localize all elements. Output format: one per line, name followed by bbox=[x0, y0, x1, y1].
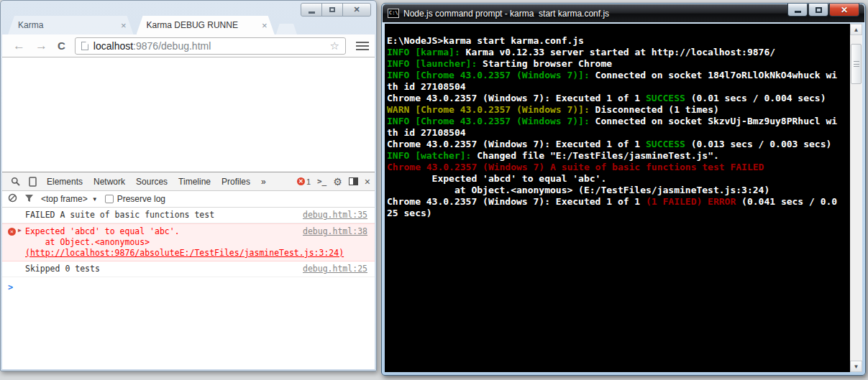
command-prompt-icon: C:\ bbox=[388, 9, 399, 18]
terminal-line: INFO [Chrome 43.0.2357 (Windows 7)]: Con… bbox=[387, 116, 849, 127]
settings-gear-icon[interactable]: ⚙ bbox=[333, 176, 342, 187]
new-tab-button[interactable] bbox=[276, 24, 297, 34]
console-message-text: Expected 'abcd' to equal 'abc'. bbox=[25, 226, 296, 237]
scrollbar-grip-icon bbox=[854, 61, 859, 67]
scroll-up-icon[interactable]: ▲ bbox=[850, 24, 862, 35]
terminal-line: E:\NodeJS>karma start karma.conf.js bbox=[387, 35, 849, 47]
terminal-output: E:\NodeJS>karma start karma.conf.jsINFO … bbox=[385, 24, 850, 372]
tab-close-icon[interactable]: × bbox=[262, 21, 268, 30]
devtools-tab-elements[interactable]: Elements bbox=[47, 177, 83, 187]
page-content bbox=[2, 57, 375, 171]
source-location-link[interactable]: debug.html:38 bbox=[303, 226, 367, 236]
terminal-line: Chrome 43.0.2357 (Windows 7) A suite of … bbox=[387, 162, 849, 173]
minimize-button[interactable] bbox=[301, 4, 322, 16]
error-icon: ✕ bbox=[8, 228, 16, 236]
frame-selector[interactable]: <top frame> ▼ bbox=[41, 194, 98, 204]
devtools-close-icon[interactable]: × bbox=[365, 176, 370, 187]
chrome-menu-icon[interactable] bbox=[356, 42, 369, 50]
tab-close-icon[interactable]: × bbox=[121, 21, 127, 30]
terminal-title: Node.js command prompt - karma start kar… bbox=[403, 9, 609, 19]
terminal-line: Chrome 43.0.2357 (Windows 7): Executed 1… bbox=[387, 196, 849, 208]
terminal-line: INFO [karma]: Karma v0.12.33 server star… bbox=[387, 47, 849, 58]
scrollbar-thumb[interactable] bbox=[851, 44, 862, 84]
minimize-button[interactable] bbox=[787, 4, 808, 17]
restore-button[interactable] bbox=[808, 4, 828, 17]
devtools-tab-sources[interactable]: Sources bbox=[136, 177, 168, 187]
dock-side-icon[interactable] bbox=[349, 177, 358, 185]
device-mode-icon[interactable] bbox=[29, 177, 37, 187]
inspect-element-icon[interactable] bbox=[11, 177, 20, 186]
terminal-line: th id 27108504 bbox=[387, 127, 849, 139]
terminal-line: INFO [Chrome 43.0.2357 (Windows 7)]: Con… bbox=[387, 70, 849, 81]
close-button[interactable]: ✕ bbox=[829, 4, 859, 17]
console-row: Skipped 0 testsdebug.html:25 bbox=[2, 261, 375, 277]
devtools-panel: ElementsNetworkSourcesTimelineProfiles» … bbox=[2, 172, 375, 369]
terminal-window-controls: ✕ bbox=[787, 4, 859, 17]
scrollbar-track[interactable] bbox=[850, 35, 862, 361]
devtools-tab-[interactable]: » bbox=[261, 177, 266, 187]
close-button[interactable]: ✕ bbox=[343, 4, 370, 16]
filter-funnel-icon[interactable] bbox=[24, 194, 34, 205]
restore-button[interactable] bbox=[322, 4, 343, 16]
terminal-line: th id 27108504 bbox=[387, 81, 849, 93]
source-location-link[interactable]: debug.html:25 bbox=[303, 264, 367, 274]
address-bar[interactable]: localhost:9876/debug.html ☆ bbox=[75, 37, 346, 55]
close-icon: ✕ bbox=[841, 5, 848, 15]
terminal-line: INFO [watcher]: Changed file "E:/TestFil… bbox=[387, 150, 849, 162]
tab-karma[interactable]: Karma × bbox=[8, 16, 134, 34]
preserve-log-checkbox[interactable] bbox=[105, 195, 114, 203]
tab-karma-debug-runner[interactable]: Karma DEBUG RUNNE × bbox=[137, 16, 275, 34]
scroll-down-icon[interactable]: ▼ bbox=[850, 361, 862, 372]
tab-strip: Karma × Karma DEBUG RUNNE × bbox=[8, 16, 297, 34]
devtools-toolbar-right: ✕1 >_ ⚙ × bbox=[297, 176, 370, 187]
close-icon: ✕ bbox=[353, 5, 360, 14]
terminal-line: INFO [launcher]: Starting browser Chrome bbox=[387, 58, 849, 70]
browser-toolbar: ← → C localhost:9876/debug.html ☆ bbox=[2, 34, 375, 57]
terminal-scrollbar[interactable]: ▲ ▼ bbox=[850, 24, 862, 372]
console-prompt-chevron-icon: > bbox=[8, 282, 13, 292]
console-messages: FAILED A suite of basic functions testde… bbox=[2, 208, 375, 277]
console-message-text: Skipped 0 tests bbox=[25, 264, 296, 274]
error-icon: ✕ bbox=[297, 177, 305, 185]
browser-window-controls: ✕ bbox=[301, 3, 371, 17]
terminal-window: C:\ Node.js command prompt - karma start… bbox=[381, 3, 866, 376]
devtools-tab-network[interactable]: Network bbox=[93, 177, 125, 187]
console-prompt[interactable]: > bbox=[2, 277, 375, 296]
url-text[interactable]: localhost:9876/debug.html bbox=[93, 40, 326, 52]
devtools-tab-timeline[interactable]: Timeline bbox=[178, 177, 211, 187]
bookmark-star-icon[interactable]: ☆ bbox=[330, 40, 339, 52]
console-message-text: FAILED A suite of basic functions test bbox=[25, 210, 296, 221]
page-icon bbox=[81, 42, 88, 50]
minimize-icon bbox=[309, 11, 315, 14]
terminal-line: 25 secs) bbox=[387, 208, 849, 219]
minimize-icon bbox=[795, 11, 801, 13]
devtools-panel-tabs: ElementsNetworkSourcesTimelineProfiles» bbox=[47, 177, 266, 187]
forward-button[interactable]: → bbox=[35, 40, 47, 52]
source-location-link[interactable]: debug.html:35 bbox=[303, 210, 367, 220]
devtools-tab-profiles[interactable]: Profiles bbox=[221, 177, 250, 187]
restore-icon bbox=[816, 7, 822, 13]
console-drawer-icon[interactable]: >_ bbox=[317, 177, 326, 186]
terminal-line: Chrome 43.0.2357 (Windows 7): Executed 1… bbox=[387, 139, 849, 150]
devtools-toolbar: ElementsNetworkSourcesTimelineProfiles» … bbox=[2, 172, 375, 191]
tab-title: Karma DEBUG RUNNE bbox=[147, 20, 258, 30]
terminal-body: E:\NodeJS>karma start karma.conf.jsINFO … bbox=[385, 24, 862, 372]
restore-icon bbox=[329, 7, 335, 12]
browser-inner: ← → C localhost:9876/debug.html ☆ Elemen… bbox=[2, 34, 375, 369]
console-row: FAILED A suite of basic functions testde… bbox=[2, 208, 375, 223]
console-row: ✕▶Expected 'abcd' to equal 'abc'. at Obj… bbox=[2, 223, 375, 261]
console-message-text: at Object.<anonymous> bbox=[25, 237, 296, 248]
terminal-line: WARN [Chrome 43.0.2357 (Windows 7)]: Dis… bbox=[387, 104, 849, 116]
reload-button[interactable]: C bbox=[58, 40, 65, 51]
browser-window: ✕ Karma × Karma DEBUG RUNNE × ← → C loca… bbox=[0, 0, 377, 371]
expand-triangle-icon[interactable]: ▶ bbox=[18, 227, 22, 233]
terminal-line: Chrome 43.0.2357 (Windows 7): Executed 1… bbox=[387, 93, 849, 104]
console-message-text: (http://localhost:9876/absoluteE:/TestFi… bbox=[25, 248, 296, 259]
console-filter-bar: <top frame> ▼ Preserve log bbox=[2, 191, 375, 208]
preserve-log-toggle[interactable]: Preserve log bbox=[105, 194, 165, 204]
back-button[interactable]: ← bbox=[13, 40, 25, 52]
clear-console-icon[interactable] bbox=[8, 193, 17, 205]
chevron-down-icon: ▼ bbox=[92, 196, 98, 203]
error-count-badge[interactable]: ✕1 bbox=[297, 177, 311, 186]
tab-title: Karma bbox=[18, 20, 117, 30]
